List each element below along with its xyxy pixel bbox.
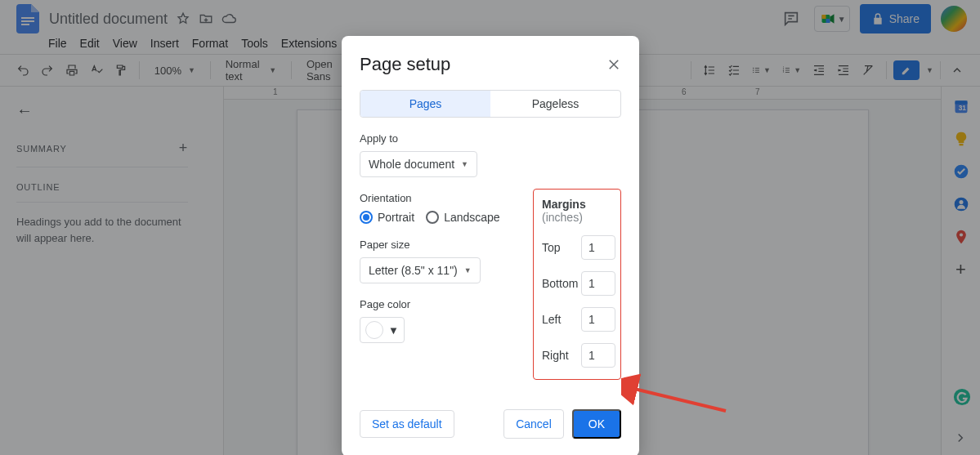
cancel-button[interactable]: Cancel — [503, 409, 564, 439]
margins-highlight-box: Margins (inches) Top Bottom Left Right — [533, 189, 621, 380]
orientation-radio-group: Portrait Landscape — [360, 211, 517, 224]
margin-right-input[interactable] — [581, 343, 615, 368]
margin-bottom-input[interactable] — [581, 271, 615, 296]
orientation-landscape-radio[interactable]: Landscape — [426, 211, 500, 224]
page-setup-dialog: Page setup Pages Pageless Apply to Whole… — [342, 36, 639, 455]
tab-pageless[interactable]: Pageless — [490, 91, 620, 117]
tab-pages[interactable]: Pages — [360, 91, 490, 117]
margin-top-input[interactable] — [581, 235, 615, 260]
chevron-down-icon: ▼ — [388, 324, 399, 337]
paper-size-select[interactable]: Letter (8.5" x 11")▼ — [360, 257, 481, 283]
margins-label: Margins (inches) — [542, 198, 615, 224]
chevron-down-icon: ▼ — [464, 266, 472, 274]
page-color-label: Page color — [360, 298, 517, 310]
orientation-label: Orientation — [360, 192, 517, 204]
margin-bottom-label: Bottom — [542, 277, 578, 290]
ok-button[interactable]: OK — [572, 409, 621, 439]
margin-right-label: Right — [542, 349, 569, 362]
close-icon[interactable] — [606, 57, 621, 72]
margin-left-label: Left — [542, 313, 561, 326]
page-setup-tabs: Pages Pageless — [360, 90, 621, 118]
margin-top-label: Top — [542, 241, 561, 254]
chevron-down-icon: ▼ — [461, 160, 468, 168]
apply-to-select[interactable]: Whole document▼ — [360, 151, 477, 177]
color-swatch — [365, 321, 383, 339]
orientation-portrait-radio[interactable]: Portrait — [360, 211, 414, 224]
paper-size-label: Paper size — [360, 239, 517, 251]
margin-left-input[interactable] — [581, 307, 615, 332]
set-as-default-button[interactable]: Set as default — [360, 410, 454, 438]
page-color-select[interactable]: ▼ — [360, 317, 405, 343]
apply-to-label: Apply to — [360, 132, 621, 145]
dialog-title: Page setup — [360, 54, 450, 75]
